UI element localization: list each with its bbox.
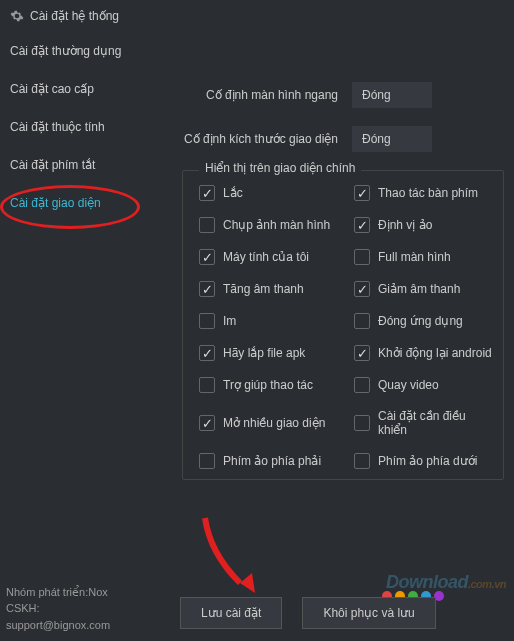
checkbox[interactable] [354,453,370,469]
checkbox-label: Im [223,314,236,328]
checkbox[interactable] [354,281,370,297]
checkbox-item[interactable]: Trợ giúp thao tác [199,377,354,393]
checkbox-label: Mở nhiều giao diện [223,416,325,430]
checkbox-item[interactable]: Giảm âm thanh [354,281,493,297]
checkbox-item[interactable]: Tăng âm thanh [199,281,354,297]
checkbox-item[interactable]: Định vị ảo [354,217,493,233]
checkbox[interactable] [199,453,215,469]
checkbox[interactable] [199,249,215,265]
display-options-group: Hiển thị trên giao diện chính LắcThao tá… [182,170,504,480]
checkbox-item[interactable]: Đóng ứng dụng [354,313,493,329]
fixed-landscape-label: Cố định màn hình ngang [182,88,352,102]
checkbox[interactable] [199,185,215,201]
checkbox[interactable] [199,217,215,233]
checkbox-item[interactable]: Full màn hình [354,249,493,265]
checkbox[interactable] [354,377,370,393]
sidebar-item-properties[interactable]: Cài đặt thuộc tính [0,108,152,146]
checkbox-label: Máy tính của tôi [223,250,309,264]
sidebar-item-common[interactable]: Cài đặt thường dụng [0,32,152,70]
checkbox[interactable] [354,185,370,201]
checkbox-label: Trợ giúp thao tác [223,378,313,392]
checkbox[interactable] [354,217,370,233]
checkbox-label: Phím ảo phía phải [223,454,321,468]
checkbox-item[interactable]: Lắc [199,185,354,201]
checkbox-item[interactable]: Quay video [354,377,493,393]
checkbox-label: Full màn hình [378,250,451,264]
checkbox-label: Quay video [378,378,439,392]
checkbox-item[interactable]: Khởi động lại android [354,345,493,361]
gear-icon [10,9,24,23]
checkbox[interactable] [354,415,370,431]
sidebar: Cài đặt thường dụng Cài đặt cao cấp Cài … [0,32,152,641]
checkbox-label: Khởi động lại android [378,346,492,360]
checkbox[interactable] [354,249,370,265]
checkbox-label: Phím ảo phía dưới [378,454,477,468]
checkbox[interactable] [354,345,370,361]
checkbox[interactable] [199,281,215,297]
fixed-landscape-select[interactable]: Đóng [352,82,432,108]
checkbox[interactable] [199,345,215,361]
checkbox-label: Định vị ảo [378,218,432,232]
checkbox-label: Lắc [223,186,243,200]
main-panel: Cố định màn hình ngang Đóng Cố định kích… [152,32,514,641]
checkbox-item[interactable]: Máy tính của tôi [199,249,354,265]
checkbox-item[interactable]: Cài đặt cần điều khiển [354,409,493,437]
checkbox-item[interactable]: Im [199,313,354,329]
checkbox[interactable] [354,313,370,329]
group-title: Hiển thị trên giao diện chính [199,161,361,175]
restore-button[interactable]: Khôi phục và lưu [302,597,435,629]
titlebar: Cài đặt hệ thống [0,0,514,32]
checkbox-item[interactable]: Thao tác bàn phím [354,185,493,201]
checkbox-label: Tăng âm thanh [223,282,304,296]
checkbox-label: Đóng ứng dụng [378,314,463,328]
sidebar-item-interface[interactable]: Cài đặt giao diện [0,184,152,222]
footer-info: Nhóm phát triển:Nox CSKH: support@bignox… [0,576,152,642]
window-title: Cài đặt hệ thống [30,9,119,23]
checkbox-item[interactable]: Mở nhiều giao diện [199,409,354,437]
checkbox-label: Thao tác bàn phím [378,186,478,200]
checkbox-label: Hãy lắp file apk [223,346,305,360]
checkbox-item[interactable]: Phím ảo phía phải [199,453,354,469]
sidebar-item-shortcuts[interactable]: Cài đặt phím tắt [0,146,152,184]
checkbox[interactable] [199,313,215,329]
checkbox-label: Cài đặt cần điều khiển [378,409,493,437]
checkbox[interactable] [199,415,215,431]
save-button[interactable]: Lưu cài đặt [180,597,282,629]
checkbox-label: Chụp ảnh màn hình [223,218,330,232]
checkbox-item[interactable]: Chụp ảnh màn hình [199,217,354,233]
sidebar-item-advanced[interactable]: Cài đặt cao cấp [0,70,152,108]
fixed-size-label: Cố định kích thước giao diện [182,132,352,146]
checkbox-label: Giảm âm thanh [378,282,460,296]
checkbox-item[interactable]: Phím ảo phía dưới [354,453,493,469]
checkbox[interactable] [199,377,215,393]
checkbox-item[interactable]: Hãy lắp file apk [199,345,354,361]
fixed-size-select[interactable]: Đóng [352,126,432,152]
